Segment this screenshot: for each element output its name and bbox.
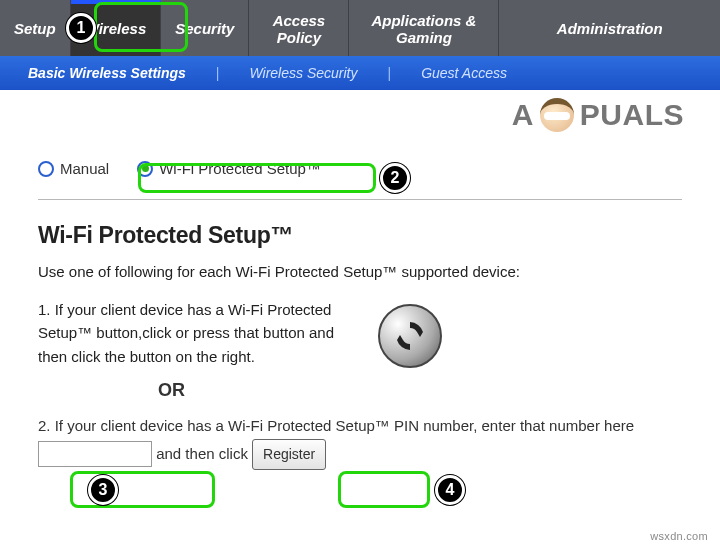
svg-marker-1 (397, 335, 403, 340)
top-nav: Setup Wireless Security Access Policy Ap… (0, 0, 720, 56)
tab-security[interactable]: Security (161, 0, 249, 56)
radio-manual[interactable]: Manual (38, 160, 109, 177)
highlight-4 (338, 471, 430, 508)
radio-wps[interactable]: Wi-Fi Protected Setup™ (137, 160, 321, 177)
tab-access-policy[interactable]: Access Policy (249, 0, 349, 56)
divider (38, 199, 682, 200)
radio-wps-label: Wi-Fi Protected Setup™ (159, 160, 321, 177)
pin-input[interactable] (38, 441, 152, 467)
mascot-icon (540, 98, 574, 132)
callout-2: 2 (380, 163, 410, 193)
main-content: Manual Wi-Fi Protected Setup™ Wi-Fi Prot… (0, 90, 720, 470)
subnav-basic-wireless[interactable]: Basic Wireless Settings (0, 65, 214, 81)
wps-push-button[interactable] (378, 304, 442, 368)
radio-icon (38, 161, 54, 177)
sub-nav: Basic Wireless Settings | Wireless Secur… (0, 56, 720, 90)
register-button[interactable]: Register (252, 439, 326, 471)
callout-3: 3 (88, 475, 118, 505)
svg-marker-0 (417, 332, 423, 337)
step2-text-a: 2. If your client device has a Wi-Fi Pro… (38, 417, 634, 434)
step1-text: 1. If your client device has a Wi-Fi Pro… (38, 298, 348, 368)
intro-text: Use one of following for each Wi-Fi Prot… (38, 263, 682, 280)
watermark: wsxdn.com (650, 530, 708, 542)
callout-1: 1 (66, 13, 96, 43)
subnav-guest-access[interactable]: Guest Access (393, 65, 535, 81)
radio-manual-label: Manual (60, 160, 109, 177)
mode-radio-group: Manual Wi-Fi Protected Setup™ (38, 160, 682, 177)
tab-setup[interactable]: Setup (0, 0, 71, 56)
step2-text: 2. If your client device has a Wi-Fi Pro… (38, 413, 682, 470)
tab-applications-gaming[interactable]: Applications & Gaming (349, 0, 499, 56)
section-title: Wi-Fi Protected Setup™ (38, 222, 682, 249)
tab-administration[interactable]: Administration (499, 0, 720, 56)
or-label: OR (158, 380, 682, 401)
callout-4: 4 (435, 475, 465, 505)
brand-letter-a: A (512, 98, 534, 132)
step2-text-b: and then click (156, 444, 248, 461)
subnav-wireless-security[interactable]: Wireless Security (221, 65, 385, 81)
wps-arrows-icon (393, 319, 427, 353)
radio-icon (137, 161, 153, 177)
step1-row: 1. If your client device has a Wi-Fi Pro… (38, 298, 682, 368)
brand-rest: PUALS (580, 98, 684, 132)
brand-logo: A PUALS (512, 98, 684, 132)
